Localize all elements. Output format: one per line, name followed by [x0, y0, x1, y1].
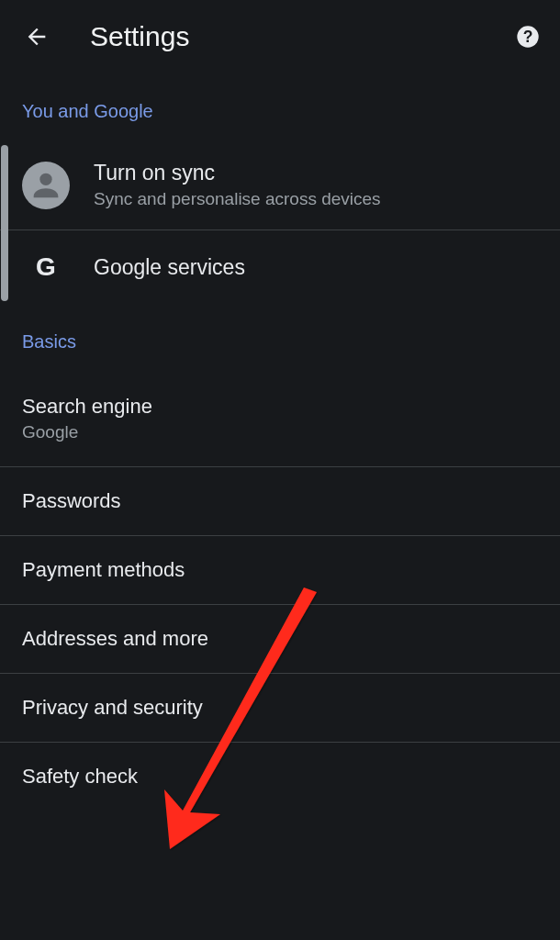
passwords-row[interactable]: Passwords	[0, 467, 560, 535]
sync-row[interactable]: Turn on sync Sync and personalise across…	[0, 140, 560, 229]
help-button[interactable]: ?	[514, 23, 542, 50]
search-engine-subtitle: Google	[22, 422, 538, 442]
scroll-indicator[interactable]	[1, 145, 8, 301]
sync-title: Turn on sync	[94, 161, 381, 185]
privacy-security-row[interactable]: Privacy and security	[0, 674, 560, 742]
search-engine-title: Search engine	[22, 395, 538, 419]
search-engine-row[interactable]: Search engine Google	[0, 371, 560, 466]
svg-point-2	[39, 173, 51, 185]
google-g-icon: G	[29, 251, 62, 284]
sync-content: Turn on sync Sync and personalise across…	[94, 161, 381, 209]
page-title: Settings	[90, 21, 514, 52]
google-services-content: Google services	[94, 255, 245, 280]
addresses-title: Addresses and more	[22, 627, 538, 651]
person-icon	[28, 167, 64, 204]
google-services-row[interactable]: G Google services	[0, 230, 560, 304]
search-engine-content: Search engine Google	[22, 395, 538, 442]
safety-check-row[interactable]: Safety check	[0, 743, 560, 811]
svg-text:?: ?	[523, 28, 533, 46]
avatar-icon	[22, 162, 70, 209]
safety-check-title: Safety check	[22, 765, 538, 789]
google-services-title: Google services	[94, 255, 245, 280]
help-icon: ?	[515, 24, 541, 50]
section-you-and-google: You and Google	[0, 73, 560, 140]
payment-methods-row[interactable]: Payment methods	[0, 536, 560, 604]
arrow-back-icon	[24, 24, 50, 50]
addresses-row[interactable]: Addresses and more	[0, 605, 560, 673]
sync-subtitle: Sync and personalise across devices	[94, 189, 381, 209]
section-basics: Basics	[0, 304, 560, 371]
payment-methods-title: Payment methods	[22, 558, 538, 582]
passwords-title: Passwords	[22, 489, 538, 513]
header-bar: Settings ?	[0, 0, 560, 73]
back-button[interactable]	[22, 22, 51, 51]
privacy-security-title: Privacy and security	[22, 696, 538, 720]
